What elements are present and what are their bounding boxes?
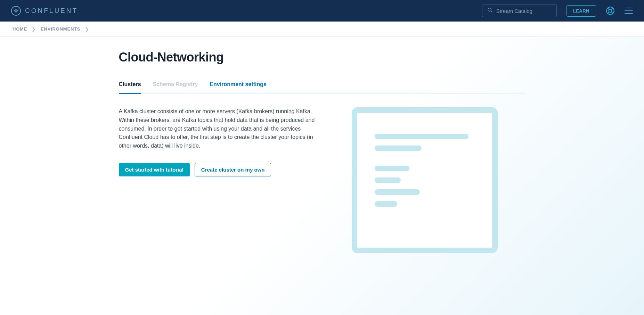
menu-icon[interactable] — [625, 8, 633, 14]
search-input[interactable] — [496, 8, 552, 14]
content-body: A Kafka cluster consists of one or more … — [119, 107, 525, 253]
document-illustration — [352, 107, 498, 253]
svg-point-3 — [609, 9, 612, 13]
learn-button[interactable]: LEARN — [566, 5, 596, 17]
description-text: A Kafka cluster consists of one or more … — [119, 107, 324, 150]
content-text: A Kafka cluster consists of one or more … — [119, 107, 324, 176]
help-icon[interactable] — [606, 6, 615, 15]
tab-clusters[interactable]: Clusters — [119, 81, 141, 94]
main-content: Cloud-Networking Clusters Schema Registr… — [0, 37, 644, 315]
chevron-right-icon: ❯ — [32, 27, 36, 32]
button-row: Get started with tutorial Create cluster… — [119, 163, 324, 176]
svg-line-7 — [612, 8, 613, 9]
breadcrumb-environments[interactable]: ENVIRONMENTS — [41, 26, 80, 32]
header-actions: LEARN — [482, 5, 633, 17]
get-started-button[interactable]: Get started with tutorial — [119, 163, 190, 176]
tab-environment-settings[interactable]: Environment settings — [210, 81, 267, 94]
svg-line-5 — [612, 12, 613, 14]
create-cluster-button[interactable]: Create cluster on my own — [195, 163, 271, 176]
search-box[interactable] — [482, 5, 557, 17]
breadcrumb-home[interactable]: HOME — [13, 26, 27, 32]
logo-text: CONFLUENT — [25, 7, 78, 15]
svg-line-4 — [608, 8, 609, 9]
breadcrumb: HOME ❯ ENVIRONMENTS ❯ — [0, 22, 644, 37]
svg-line-6 — [608, 12, 609, 14]
svg-point-0 — [488, 8, 491, 11]
chevron-right-icon: ❯ — [85, 27, 89, 32]
logo-icon — [11, 6, 21, 16]
tab-schema-registry: Schema Registry — [153, 81, 198, 94]
svg-line-1 — [491, 11, 492, 12]
logo[interactable]: CONFLUENT — [11, 6, 78, 16]
app-header: CONFLUENT LEARN — [0, 0, 644, 22]
search-icon — [487, 7, 493, 14]
page-title: Cloud-Networking — [119, 50, 525, 65]
tabs: Clusters Schema Registry Environment set… — [119, 81, 525, 94]
